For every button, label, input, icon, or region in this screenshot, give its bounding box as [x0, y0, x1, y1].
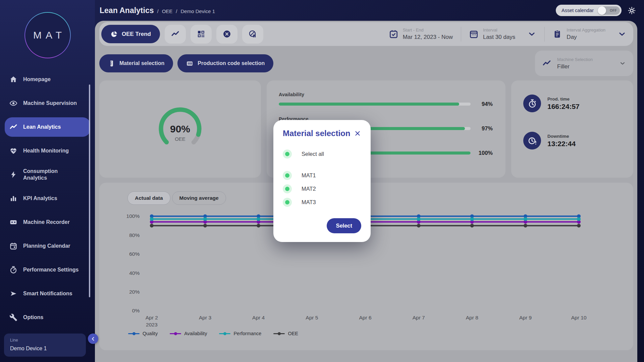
- sidebar-item-machine-recorder[interactable]: Machine Recorder: [5, 213, 90, 232]
- topbar: Lean Analytics / OEE / Demo Device 1 Ass…: [95, 0, 644, 21]
- interval-field[interactable]: Interval Last 30 days: [461, 27, 544, 41]
- radio-selected-icon[interactable]: [283, 149, 292, 159]
- calendar-icon: [9, 242, 17, 250]
- grid-view-button[interactable]: [191, 25, 212, 44]
- sidebar-item-lean-analytics[interactable]: Lean Analytics: [5, 117, 90, 137]
- sidebar-scrollbar[interactable]: [89, 84, 90, 297]
- downtime-value: 13:22:44: [547, 140, 576, 148]
- svg-text:2023: 2023: [146, 322, 158, 327]
- sidebar-collapse-button[interactable]: [88, 334, 98, 344]
- select-button[interactable]: Select: [327, 218, 361, 233]
- svg-text:40%: 40%: [129, 270, 140, 276]
- production-code-selection-button[interactable]: Production code selection: [177, 54, 273, 72]
- bolt-icon: [9, 171, 17, 179]
- gauge-icon: [9, 266, 17, 274]
- sidebar-item-performance-settings[interactable]: Performance Settings: [5, 260, 90, 280]
- legend-label: Performance: [233, 331, 261, 336]
- close-icon[interactable]: [354, 130, 361, 137]
- svg-text:80%: 80%: [129, 232, 140, 238]
- breadcrumb-separator: /: [157, 8, 158, 14]
- tab-actual-data[interactable]: Actual data: [127, 191, 170, 205]
- oee-gauge: 90% OEE: [152, 103, 209, 156]
- interval-value: Last 30 days: [483, 34, 515, 41]
- chevron-down-icon: [619, 60, 626, 67]
- chart-tabs: Actual dataMoving average: [127, 191, 625, 205]
- radio-selected-icon[interactable]: [283, 184, 292, 193]
- sidebar-item-planning-calendar[interactable]: Planning Calendar: [5, 236, 90, 256]
- material-selection-button[interactable]: Material selection: [99, 54, 173, 72]
- oee-gauge-value: 90%: [152, 123, 209, 135]
- bar-chart-icon: [9, 194, 17, 202]
- prod-time-value: 166:24:57: [547, 103, 580, 111]
- legend-item-quality[interactable]: Quality: [128, 331, 158, 336]
- svg-text:Apr 3: Apr 3: [199, 315, 211, 320]
- losses-view-button[interactable]: [216, 25, 237, 44]
- legend-item-oee[interactable]: OEE: [273, 331, 298, 336]
- recorder-icon: [9, 218, 17, 226]
- kpi-bar-fill: [279, 103, 459, 106]
- flask-icon: [108, 60, 115, 67]
- sidebar-item-consumption-analytics[interactable]: Consumption Analytics: [5, 165, 90, 184]
- sidebar-item-smart-notifications[interactable]: Smart Notifications: [5, 284, 90, 303]
- asset-calendar-switch[interactable]: OFF: [598, 6, 620, 15]
- asset-calendar-toggle-pill[interactable]: Asset calendar OFF: [556, 5, 622, 16]
- machine-selection-label: Machine Selection: [557, 57, 593, 62]
- home-icon: [9, 75, 17, 83]
- trend-line-icon: [542, 59, 551, 68]
- filter-row: Material selection Production code selec…: [99, 51, 633, 76]
- oee-gauge-card: 90% OEE: [99, 80, 261, 178]
- pareto-view-button[interactable]: [242, 25, 263, 44]
- svg-text:Apr 9: Apr 9: [519, 315, 532, 320]
- svg-text:Apr 2: Apr 2: [146, 315, 158, 320]
- start-end-field[interactable]: Start - End Mar 12, 2023 - Now: [381, 27, 461, 41]
- kpi-bar-label: Availability: [279, 92, 493, 97]
- trend-view-button[interactable]: [165, 25, 186, 44]
- breadcrumb: Lean Analytics / OEE / Demo Device 1: [100, 6, 215, 15]
- breadcrumb-section: OEE: [162, 8, 173, 14]
- prod-time-label: Prod. time: [547, 97, 580, 102]
- legend-marker: [273, 332, 285, 336]
- stopwatch-icon: [528, 99, 537, 108]
- trend-line-icon: [171, 30, 179, 38]
- trend-icon: [9, 123, 17, 131]
- radio-selected-icon[interactable]: [283, 198, 292, 207]
- sidebar-nav: HomepageMachine SupervisionLean Analytic…: [0, 70, 95, 327]
- tab-moving-average[interactable]: Moving average: [172, 191, 226, 205]
- svg-text:Apr 4: Apr 4: [252, 315, 265, 320]
- toolbar: OEE Trend Start - End Mar 12, 2023 - Now: [99, 22, 633, 46]
- oee-trend-button[interactable]: OEE Trend: [101, 25, 160, 43]
- sidebar-item-options[interactable]: Options: [5, 308, 90, 327]
- interval-label: Interval: [483, 27, 515, 33]
- toggle-knob: [598, 6, 606, 15]
- device-card: Line Demo Device 1: [4, 334, 86, 357]
- machine-selection-dropdown[interactable]: Machine Selection Filler: [535, 51, 633, 76]
- oee-trend-label: OEE Trend: [122, 31, 151, 38]
- sidebar-item-label: Performance Settings: [23, 266, 78, 273]
- kpi-bar-value: 94%: [477, 101, 493, 107]
- device-card-label: Line: [10, 338, 80, 343]
- radio-selected-icon[interactable]: [283, 171, 292, 180]
- svg-text:Apr 7: Apr 7: [413, 315, 425, 320]
- modal-option-mat2[interactable]: MAT2: [283, 184, 361, 193]
- aggregation-value: Day: [567, 34, 605, 41]
- material-selection-modal: Material selection Select allMAT1MAT2MAT…: [273, 120, 371, 242]
- modal-option-mat1[interactable]: MAT1: [283, 171, 361, 180]
- sidebar-item-kpi-analytics[interactable]: KPI Analytics: [5, 189, 90, 208]
- modal-option-select-all[interactable]: Select all: [283, 149, 361, 159]
- sidebar-item-label: Planning Calendar: [23, 243, 70, 249]
- legend-item-performance[interactable]: Performance: [219, 331, 261, 336]
- aggregation-field[interactable]: Interval Aggregation Day: [545, 27, 627, 41]
- sidebar-item-label: Homepage: [23, 76, 51, 83]
- sidebar-item-homepage[interactable]: Homepage: [5, 70, 90, 89]
- settings-gear-icon[interactable]: [628, 6, 636, 15]
- sidebar-item-machine-supervision[interactable]: Machine Supervision: [5, 94, 90, 113]
- start-end-label: Start - End: [403, 27, 453, 33]
- sidebar-item-label: Consumption Analytics: [23, 168, 82, 181]
- start-end-value: Mar 12, 2023 - Now: [403, 34, 453, 41]
- sidebar-item-health-monitoring[interactable]: Health Monitoring: [5, 141, 90, 161]
- pie-chart-icon: [110, 31, 118, 38]
- modal-option-mat3[interactable]: MAT3: [283, 198, 361, 207]
- breadcrumb-separator: /: [176, 8, 177, 14]
- wrench-icon: [9, 313, 17, 321]
- legend-item-availability[interactable]: Availability: [170, 331, 207, 336]
